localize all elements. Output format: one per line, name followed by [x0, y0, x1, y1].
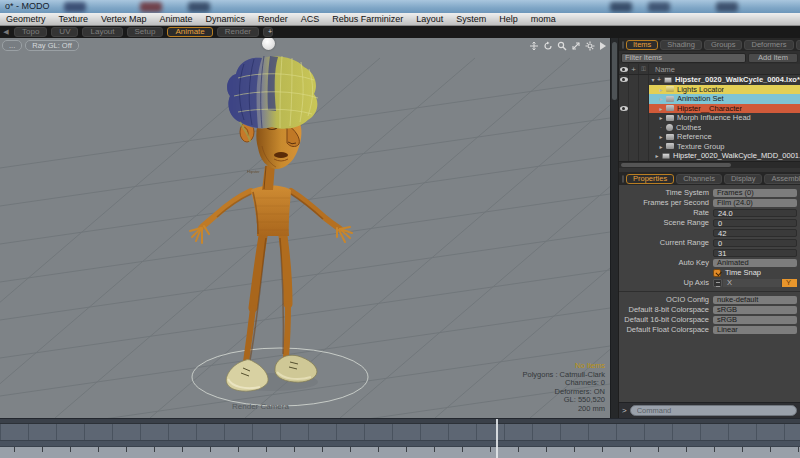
tab-topo[interactable]: Topo — [14, 27, 47, 37]
zoom-icon[interactable] — [557, 41, 567, 51]
tab-shading[interactable]: Shading — [660, 40, 702, 50]
tab-render[interactable]: Render — [217, 27, 259, 37]
expander-icon[interactable]: ▸ — [657, 114, 665, 121]
menu-item-rebus-farminizer[interactable]: Rebus Farminizer — [332, 14, 403, 24]
tab-properties[interactable]: Properties — [626, 174, 674, 184]
menu-item-animate[interactable]: Animate — [160, 14, 193, 24]
tab-uv[interactable]: UV — [51, 27, 78, 37]
tab-animate[interactable]: Animate — [167, 27, 212, 37]
timeline-ruler[interactable] — [0, 447, 800, 458]
tab-layout[interactable]: Layout — [82, 27, 122, 37]
rotate-icon[interactable] — [543, 41, 553, 51]
tab-scroll-left-icon[interactable]: ◀ — [2, 28, 10, 36]
timeline[interactable] — [0, 418, 800, 458]
menu-item-render[interactable]: Render — [258, 14, 288, 24]
expander-icon[interactable]: ▸ — [657, 143, 665, 150]
expander-icon[interactable]: ▸ — [657, 133, 665, 140]
timeline-playhead[interactable] — [496, 419, 498, 458]
menu-item-acs[interactable]: ACS — [301, 14, 320, 24]
menu-item-system[interactable]: System — [456, 14, 486, 24]
scrollbar-handle[interactable] — [612, 42, 617, 100]
tab-groups[interactable]: Groups — [704, 40, 743, 50]
properties-form: Time SystemFrames (0) Frames per SecondF… — [619, 185, 800, 335]
time-system-dropdown[interactable]: Frames (0) — [713, 189, 797, 197]
viewport-more-button[interactable]: ... — [2, 40, 22, 51]
tree-row-lights-locator[interactable]: ▸Lights Locator — [619, 85, 800, 95]
tree-row-hipster-character[interactable]: ▸Hipster__Character — [619, 104, 800, 114]
item-list-tabs: Items Shading Groups Deformers + — [619, 38, 800, 51]
tree-row-mdd-scene[interactable]: ▸Hipster_0020_WalkCycle_MDD_0001.lxo* — [619, 151, 800, 161]
add-column-icon[interactable]: + — [629, 64, 639, 74]
expander-icon[interactable]: ▸ — [657, 95, 665, 102]
tree-row-scene[interactable]: ▾+Hipster_0020_WalkCycle_0004.lxo* — [619, 75, 800, 85]
add-item-button[interactable]: Add Item — [748, 53, 798, 63]
expander-icon[interactable]: ▾ — [649, 76, 657, 83]
play-icon[interactable] — [599, 41, 607, 51]
filter-items-input[interactable] — [621, 53, 746, 63]
timeline-track[interactable] — [0, 424, 800, 440]
folder-icon — [666, 134, 674, 140]
expander-icon[interactable]: ▸ — [657, 86, 665, 93]
rate-input[interactable]: 24.0 — [713, 209, 797, 217]
current-range-end-input[interactable]: 31 — [713, 249, 797, 257]
tab-display[interactable]: Display — [724, 174, 763, 184]
expander-icon[interactable]: ▸ — [653, 152, 661, 159]
current-range-start-input[interactable]: 0 — [713, 239, 797, 247]
time-snap-label: Time Snap — [725, 268, 761, 277]
fit-icon[interactable] — [571, 41, 581, 51]
folder-icon — [666, 105, 674, 111]
menu-item-vertex-map[interactable]: Vertex Map — [101, 14, 147, 24]
expander-icon[interactable]: ▸ — [657, 105, 665, 112]
tab-assembly[interactable]: Assembly — [764, 174, 800, 184]
tab-channels[interactable]: Channels — [676, 174, 722, 184]
lock-column-icon[interactable]: ⚿ — [639, 64, 649, 74]
viewport-scrollbar[interactable] — [610, 38, 618, 418]
tab-deformers[interactable]: Deformers — [744, 40, 793, 50]
tree-horizontal-scrollbar[interactable] — [619, 161, 800, 168]
pan-icon[interactable] — [529, 41, 539, 51]
menu-item-geometry[interactable]: Geometry — [6, 14, 46, 24]
ray-gl-button[interactable]: Ray GL: Off — [25, 40, 78, 51]
properties-tabs: Properties Channels Display Assembly + — [619, 172, 800, 185]
command-prompt: > — [622, 406, 627, 415]
up-axis-mode-button[interactable] — [713, 279, 722, 287]
command-input[interactable] — [630, 405, 797, 416]
scene-range-start-input[interactable]: 0 — [713, 219, 797, 227]
character-right-leg — [283, 236, 288, 304]
menu-item-moma[interactable]: moma — [531, 14, 556, 24]
menu-item-dynamics[interactable]: Dynamics — [206, 14, 246, 24]
tree-row-reference[interactable]: ▸Reference — [619, 132, 800, 142]
colorspace-float-dropdown[interactable]: Linear — [713, 326, 797, 334]
colorspace-8bit-dropdown[interactable]: sRGB — [713, 306, 797, 314]
visibility-column-icon[interactable] — [620, 67, 628, 72]
up-axis-y-button[interactable]: Y — [782, 279, 797, 287]
panel-corner-button[interactable] — [622, 41, 624, 49]
tree-row-morph-influence-head[interactable]: ▸Morph Influence Head — [619, 113, 800, 123]
time-snap-checkbox[interactable] — [713, 269, 721, 277]
panel-corner-button[interactable] — [622, 175, 624, 183]
eye-icon[interactable] — [620, 77, 628, 82]
tab-items[interactable]: Items — [626, 40, 658, 50]
tree-row-texture-group[interactable]: ▸Texture Group — [619, 142, 800, 152]
menu-item-texture[interactable]: Texture — [59, 14, 89, 24]
menu-item-layout[interactable]: Layout — [416, 14, 443, 24]
up-axis-x-button[interactable]: X — [723, 279, 781, 287]
menu-item-help[interactable]: Help — [499, 14, 518, 24]
tree-row-animation-set[interactable]: ▸Animation Set — [619, 94, 800, 104]
auto-key-dropdown[interactable]: Animated — [713, 259, 797, 267]
eye-icon[interactable] — [620, 106, 628, 111]
item-icon — [666, 124, 673, 131]
tab-setup[interactable]: Setup — [127, 27, 164, 37]
3d-viewport[interactable]: Hipster ... Ray GL: Off Render Camera No… — [0, 38, 610, 418]
tab-add-button[interactable]: + — [263, 27, 273, 37]
ocio-config-dropdown[interactable]: nuke-default — [713, 296, 797, 304]
tab-panel-add[interactable]: + — [796, 40, 800, 50]
timeline-range-bar[interactable] — [0, 440, 800, 447]
settings-icon[interactable] — [585, 41, 595, 51]
colorspace-16bit-dropdown[interactable]: sRGB — [713, 316, 797, 324]
fps-dropdown[interactable]: Film (24.0) — [713, 199, 797, 207]
taskbar-blur-blob — [610, 2, 632, 12]
scrollbar-handle[interactable] — [621, 163, 731, 167]
scene-range-end-input[interactable]: 42 — [713, 229, 797, 237]
tree-row-clothes[interactable]: ·Clothes — [619, 123, 800, 133]
